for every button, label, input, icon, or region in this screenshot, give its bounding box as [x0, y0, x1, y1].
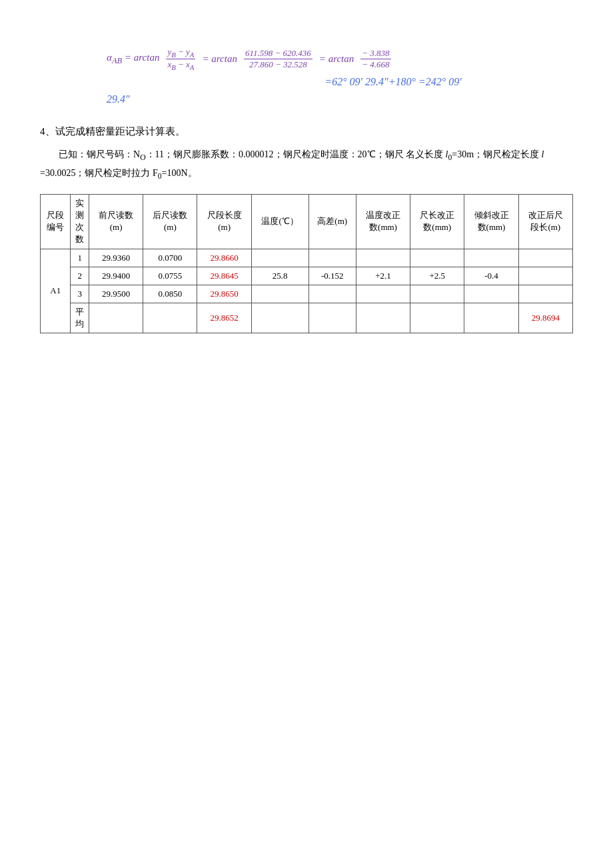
cell-front-avg: [89, 303, 143, 333]
cell-section-a1: A1: [41, 249, 71, 333]
formula-alpha-lhs: αAB = arctan: [107, 52, 159, 66]
known-info: 已知：钢尺号码：NO：11；钢尺膨胀系数：0.000012；钢尺检定时温度：20…: [40, 146, 573, 183]
cell-temp-2: 25.8: [251, 267, 308, 285]
frac1-denominator: xB − xA: [166, 59, 195, 71]
formula-eq2: = arctan: [319, 53, 354, 65]
cell-lencorr-3: [410, 285, 464, 303]
cell-slopecorr-3: [464, 285, 518, 303]
cell-corrected-3: [518, 285, 572, 303]
cell-back-2: 0.0755: [143, 267, 197, 285]
cell-tempcorr-avg: [356, 303, 410, 333]
cell-back-1: 0.0700: [143, 249, 197, 267]
cell-back-avg: [143, 303, 197, 333]
cell-slopecorr-avg: [464, 303, 518, 333]
frac3-numerator: − 3.838: [360, 48, 390, 59]
cell-seglen-avg: 29.8652: [197, 303, 251, 333]
measurement-table: 尺段编号 实测次数 前尺读数(m) 后尺读数(m) 尺段长度(m) 温度(℃） …: [40, 194, 573, 334]
cell-front-1: 29.9360: [89, 249, 143, 267]
formula-result-line2: 29.4″: [40, 93, 573, 105]
frac2-numerator: 611.598 − 620.436: [244, 48, 312, 59]
col-header-lencorr: 尺长改正数(mm): [410, 194, 464, 249]
col-header-count: 实测次数: [71, 194, 89, 249]
frac3-denominator: − 4.668: [360, 59, 390, 70]
cell-corrected-2: [518, 267, 572, 285]
cell-seglen-2: 29.8645: [197, 267, 251, 285]
formula-result-line1: =62° 09′ 29.4″+180° =242° 09′: [40, 76, 573, 88]
col-header-tempcorr: 温度改正数(mm): [356, 194, 410, 249]
table-row: 3 29.9500 0.0850 29.8650: [41, 285, 573, 303]
cell-corrected-avg: 29.8694: [518, 303, 572, 333]
cell-front-2: 29.9400: [89, 267, 143, 285]
formula-frac3: − 3.838 − 4.668: [360, 48, 390, 70]
col-header-section: 尺段编号: [41, 194, 71, 249]
formula-frac1: yB − yA xB − xA: [166, 47, 195, 71]
formula-section: αAB = arctan yB − yA xB − xA = arctan 61…: [40, 47, 573, 105]
table-row: 2 29.9400 0.0755 29.8645 25.8 -0.152 +2.…: [41, 267, 573, 285]
cell-slopecorr-1: [464, 249, 518, 267]
cell-temp-avg: [251, 303, 308, 333]
cell-tempcorr-1: [356, 249, 410, 267]
cell-slopecorr-2: -0.4: [464, 267, 518, 285]
cell-seglen-1: 29.8660: [197, 249, 251, 267]
table-row: A1 1 29.9360 0.0700 29.8660: [41, 249, 573, 267]
col-header-slopecorr: 倾斜改正数(mm): [464, 194, 518, 249]
cell-num-2: 2: [71, 267, 89, 285]
cell-num-3: 3: [71, 285, 89, 303]
cell-corrected-1: [518, 249, 572, 267]
cell-hdiff-avg: [308, 303, 356, 333]
cell-num-avg: 平均: [71, 303, 89, 333]
cell-hdiff-1: [308, 249, 356, 267]
frac2-denominator: 27.860 − 32.528: [248, 59, 308, 70]
col-header-temp: 温度(℃）: [251, 194, 308, 249]
formula-frac2: 611.598 − 620.436 27.860 − 32.528: [244, 48, 312, 70]
section4-title: 4、试完成精密量距记录计算表。: [40, 125, 573, 138]
cell-num-1: 1: [71, 249, 89, 267]
cell-lencorr-avg: [410, 303, 464, 333]
cell-lencorr-1: [410, 249, 464, 267]
cell-temp-1: [251, 249, 308, 267]
formula-eq1: = arctan: [202, 53, 237, 65]
frac1-numerator: yB − yA: [166, 47, 195, 59]
col-header-seglen: 尺段长度(m): [197, 194, 251, 249]
formula-main-line: αAB = arctan yB − yA xB − xA = arctan 61…: [40, 47, 573, 71]
cell-front-3: 29.9500: [89, 285, 143, 303]
cell-seglen-3: 29.8650: [197, 285, 251, 303]
cell-tempcorr-3: [356, 285, 410, 303]
table-row-avg: 平均 29.8652 29.8694: [41, 303, 573, 333]
col-header-corrected: 改正后尺段长(m): [518, 194, 572, 249]
col-header-back: 后尺读数(m): [143, 194, 197, 249]
cell-back-3: 0.0850: [143, 285, 197, 303]
cell-lencorr-2: +2.5: [410, 267, 464, 285]
cell-tempcorr-2: +2.1: [356, 267, 410, 285]
cell-temp-3: [251, 285, 308, 303]
cell-hdiff-2: -0.152: [308, 267, 356, 285]
cell-hdiff-3: [308, 285, 356, 303]
col-header-hdiff: 高差(m): [308, 194, 356, 249]
col-header-front: 前尺读数(m): [89, 194, 143, 249]
